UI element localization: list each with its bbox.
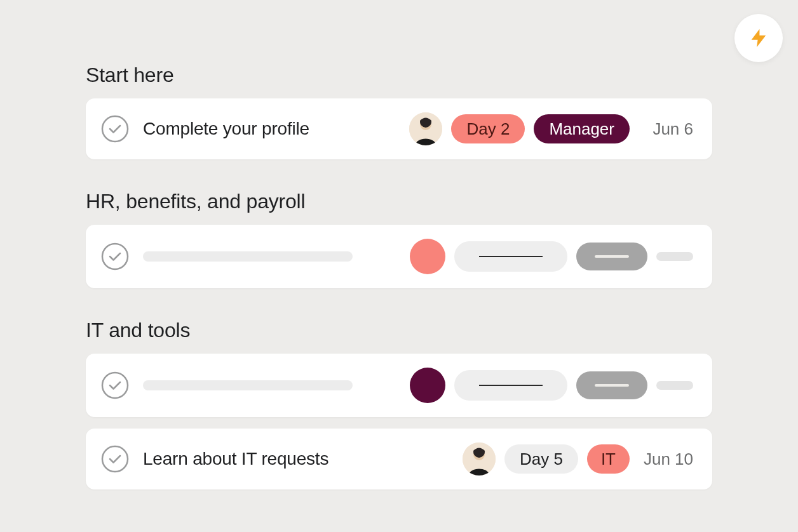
color-dot bbox=[410, 368, 445, 403]
svg-point-3 bbox=[102, 244, 128, 269]
task-title: Complete your profile bbox=[143, 119, 409, 139]
svg-point-5 bbox=[102, 446, 128, 472]
section-title: Start here bbox=[86, 63, 712, 87]
assignee-avatar[interactable] bbox=[409, 112, 442, 145]
task-meta-placeholder bbox=[410, 239, 693, 274]
task-row[interactable]: Complete your profile Day 2 Manager Jun … bbox=[86, 98, 712, 159]
assignee-avatar[interactable] bbox=[463, 442, 496, 475]
date-placeholder bbox=[656, 381, 693, 390]
due-date: Jun 6 bbox=[639, 119, 693, 139]
task-meta: Day 5 IT Jun 10 bbox=[463, 442, 693, 475]
section-title: IT and tools bbox=[86, 319, 712, 342]
section-start-here: Start here Complete your profile Day 2 M… bbox=[86, 63, 712, 159]
tag-placeholder bbox=[454, 241, 567, 272]
section-it: IT and tools Learn about IT requests bbox=[86, 319, 712, 489]
svg-point-4 bbox=[102, 373, 128, 398]
check-circle-icon[interactable] bbox=[101, 115, 129, 143]
section-hr: HR, benefits, and payroll bbox=[86, 190, 712, 288]
check-circle-icon[interactable] bbox=[101, 243, 129, 270]
lightning-icon bbox=[748, 27, 769, 49]
task-row[interactable]: Learn about IT requests Day 5 IT Jun 10 bbox=[86, 429, 712, 489]
dept-tag[interactable]: IT bbox=[587, 444, 630, 474]
check-circle-icon[interactable] bbox=[101, 445, 129, 473]
task-title: Learn about IT requests bbox=[143, 449, 463, 469]
task-meta: Day 2 Manager Jun 6 bbox=[409, 112, 693, 145]
section-title: HR, benefits, and payroll bbox=[86, 190, 712, 213]
lightning-badge[interactable] bbox=[734, 14, 783, 62]
tag-placeholder bbox=[576, 243, 647, 270]
task-row-placeholder[interactable] bbox=[86, 225, 712, 288]
day-tag[interactable]: Day 5 bbox=[504, 444, 578, 474]
due-date: Jun 10 bbox=[639, 449, 693, 469]
role-tag[interactable]: Manager bbox=[534, 114, 630, 143]
color-dot bbox=[410, 239, 445, 274]
title-placeholder bbox=[143, 380, 353, 390]
day-tag[interactable]: Day 2 bbox=[451, 114, 525, 143]
task-list-container: Start here Complete your profile Day 2 M… bbox=[0, 0, 798, 489]
task-row-placeholder[interactable] bbox=[86, 354, 712, 417]
check-circle-icon[interactable] bbox=[101, 371, 129, 399]
tag-placeholder bbox=[454, 370, 567, 401]
title-placeholder bbox=[143, 251, 353, 262]
svg-point-0 bbox=[102, 116, 128, 142]
tag-placeholder bbox=[576, 371, 647, 399]
date-placeholder bbox=[656, 252, 693, 261]
task-meta-placeholder bbox=[410, 368, 693, 403]
